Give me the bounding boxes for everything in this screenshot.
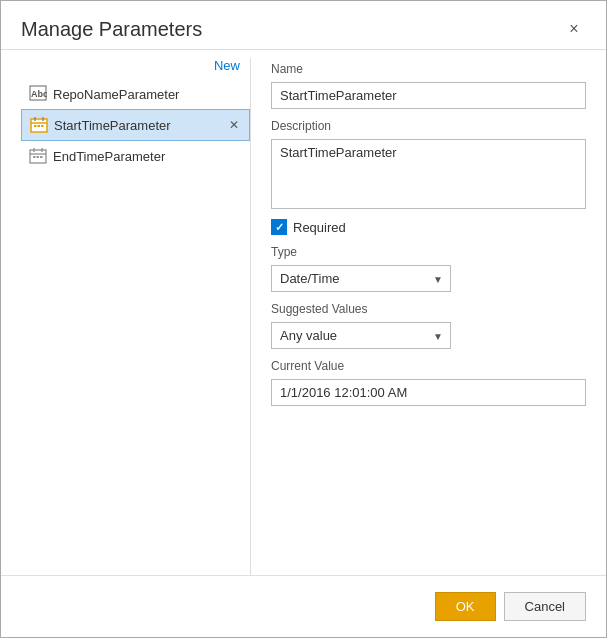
param-label-repo: RepoNameParameter [53, 87, 242, 102]
required-checkbox[interactable] [271, 219, 287, 235]
suggested-values-field-group: Suggested Values Any value List of value… [271, 302, 586, 349]
suggested-values-label: Suggested Values [271, 302, 586, 316]
calendar-icon [30, 116, 48, 134]
param-list: Abc RepoNameParameter [21, 79, 250, 171]
param-label-start: StartTimeParameter [54, 118, 221, 133]
dialog-footer: OK Cancel [1, 575, 606, 637]
svg-rect-13 [33, 156, 36, 158]
manage-parameters-dialog: Manage Parameters × New Abc RepoNamePara [0, 0, 607, 638]
name-label: Name [271, 62, 586, 76]
list-item[interactable]: Abc RepoNameParameter [21, 79, 250, 109]
right-panel: Name Description StartTimeParameter Requ… [251, 58, 586, 575]
svg-rect-14 [37, 156, 40, 158]
cancel-button[interactable]: Cancel [504, 592, 586, 621]
left-panel: New Abc RepoNameParameter [21, 58, 251, 575]
abc-icon: Abc [29, 85, 47, 103]
ok-button[interactable]: OK [435, 592, 496, 621]
close-button[interactable]: × [562, 17, 586, 41]
type-label: Type [271, 245, 586, 259]
content-area: New Abc RepoNameParameter [1, 58, 606, 575]
dialog-title: Manage Parameters [21, 18, 202, 41]
current-value-label: Current Value [271, 359, 586, 373]
type-select[interactable]: Date/Time Text Number Boolean Date Time [271, 265, 451, 292]
calendar-icon-end [29, 147, 47, 165]
type-select-wrapper: Date/Time Text Number Boolean Date Time … [271, 265, 451, 292]
param-label-end: EndTimeParameter [53, 149, 242, 164]
required-label: Required [293, 220, 346, 235]
type-field-group: Type Date/Time Text Number Boolean Date … [271, 245, 586, 292]
suggested-values-select[interactable]: Any value List of values [271, 322, 451, 349]
remove-button[interactable]: ✕ [227, 118, 241, 132]
description-label: Description [271, 119, 586, 133]
svg-rect-15 [40, 156, 43, 158]
description-field-group: Description StartTimeParameter [271, 119, 586, 209]
svg-rect-6 [34, 125, 37, 127]
suggested-values-select-wrapper: Any value List of values ▼ [271, 322, 451, 349]
current-value-input[interactable] [271, 379, 586, 406]
svg-rect-7 [38, 125, 41, 127]
title-bar: Manage Parameters × [1, 1, 606, 49]
new-link-row: New [21, 58, 250, 79]
svg-text:Abc: Abc [31, 89, 47, 99]
list-item[interactable]: StartTimeParameter ✕ [21, 109, 250, 141]
name-field-group: Name [271, 58, 586, 109]
current-value-field-group: Current Value [271, 359, 586, 406]
name-input[interactable] [271, 82, 586, 109]
list-item[interactable]: EndTimeParameter [21, 141, 250, 171]
description-textarea[interactable]: StartTimeParameter [271, 139, 586, 209]
svg-rect-8 [41, 125, 44, 127]
required-row: Required [271, 219, 586, 235]
new-link[interactable]: New [214, 58, 240, 73]
